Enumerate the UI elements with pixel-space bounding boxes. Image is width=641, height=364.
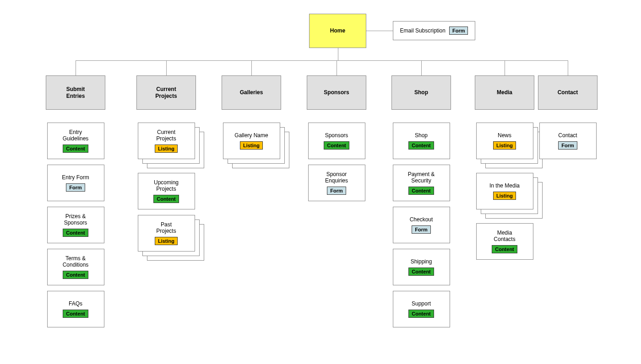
tag-form: Form [66,183,85,192]
connector [421,60,422,75]
tag-form: Form [449,27,468,35]
connector [337,60,337,75]
label: News [498,132,511,139]
label: Contact [558,89,578,96]
label: Shop [415,132,428,139]
connector [76,60,76,75]
tag-content: Content [63,310,88,318]
label: Gallery Name [234,132,268,139]
label: Entry Guidelines [63,129,89,142]
leaf-0-0: Entry GuidelinesContent [47,123,104,159]
leaf-3-0: SponsorsContent [308,123,365,159]
leaf-4-0: ShopContent [393,123,450,159]
tag-listing: Listing [493,141,516,150]
leaf-3-1: Sponsor EnquiriesForm [308,165,365,201]
tag-content: Content [63,271,88,279]
section-4: Shop [391,75,451,110]
leaf-1-1: Upcoming ProjectsContent [138,173,195,209]
tag-content: Content [63,229,88,237]
section-3: Sponsors [307,75,366,110]
leaf-4-3: ShippingContent [393,249,450,285]
label: Terms & Conditions [63,255,89,268]
leaf-2-0: Gallery NameListing [223,123,280,159]
tag-content: Content [492,245,517,253]
leaf-1-0: Current ProjectsListing [138,123,195,159]
label: Contact [558,132,577,139]
leaf-4-2: CheckoutForm [393,207,450,243]
connector [366,31,393,31]
label: Payment & Security [408,171,435,184]
leaf-0-4: FAQsContent [47,291,104,327]
label: Email Subscription [400,27,445,34]
connector [568,60,568,75]
label: FAQs [69,300,82,307]
tag-listing: Listing [493,192,516,200]
node-email-subscription: Email SubscriptionForm [393,21,475,40]
label: Shop [414,89,428,96]
leaf-6-0: ContactForm [539,123,597,159]
section-5: Media [475,75,534,110]
leaf-5-2: Media ContactsContent [476,223,533,260]
label: Prizes & Sponsors [64,213,87,226]
tag-content: Content [63,145,88,153]
node-home: Home [309,14,366,48]
section-0: Submit Entries [46,75,105,110]
label: Support [412,300,431,307]
connector [505,60,505,75]
tag-listing: Listing [155,145,178,153]
section-6: Contact [538,75,598,110]
tag-listing: Listing [240,141,263,150]
tag-content: Content [408,310,434,318]
label: Sponsors [324,89,349,96]
label: Current Projects [156,129,176,142]
section-1: Current Projects [136,75,196,110]
label: Sponsor Enquiries [325,171,348,184]
connector [251,60,252,75]
leaf-0-2: Prizes & SponsorsContent [47,207,104,243]
leaf-4-4: SupportContent [393,291,450,327]
tag-form: Form [558,141,577,150]
label: Sponsors [325,132,348,139]
tag-content: Content [153,195,179,203]
section-2: Galleries [222,75,281,110]
label: Home [330,27,345,34]
label: Media [497,89,512,96]
connector [166,60,167,75]
connector [76,60,568,61]
tag-content: Content [408,141,434,150]
tag-content: Content [324,141,349,150]
tag-form: Form [327,187,346,195]
tag-form: Form [412,225,431,234]
label: Checkout [410,216,433,223]
leaf-5-1: In the MediaListing [476,173,533,209]
leaf-4-1: Payment & SecurityContent [393,165,450,201]
leaf-0-1: Entry FormForm [47,165,104,201]
label: Submit Entries [66,86,85,99]
label: Current Projects [155,86,177,99]
label: Entry Form [62,174,89,181]
label: Galleries [240,89,263,96]
leaf-5-0: NewsListing [476,123,533,159]
label: Media Contacts [494,230,515,243]
leaf-0-3: Terms & ConditionsContent [47,249,104,285]
label: In the Media [489,182,520,189]
label: Upcoming Projects [154,179,179,193]
tag-content: Content [408,268,434,276]
tag-listing: Listing [155,237,178,245]
connector [338,48,338,60]
label: Shipping [411,258,432,265]
tag-content: Content [408,187,434,195]
label: Past Projects [156,221,176,235]
leaf-1-2: Past ProjectsListing [138,215,195,252]
